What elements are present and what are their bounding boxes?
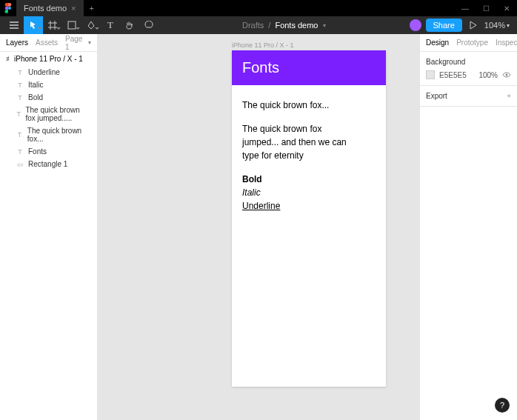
avatar[interactable] (410, 19, 421, 31)
text-layer-icon: T (16, 131, 23, 139)
artboard-text-1: The quick brown fox... (242, 99, 376, 112)
figma-logo-icon[interactable] (0, 3, 16, 13)
artboard-text-italic: Italic (242, 186, 376, 199)
artboard-text-bold: Bold (242, 173, 376, 186)
left-panel: Layers Assets Page 1▾ ♯ iPhone 11 Pro / … (0, 34, 98, 420)
text-tool-icon[interactable]: T (101, 16, 120, 34)
svg-point-0 (8, 7, 11, 10)
titlebar: Fonts demo × + — ☐ ✕ (0, 0, 517, 16)
toolbar: T Drafts / Fonts demo ▾ Share 104%▾ (0, 16, 517, 34)
layer-item[interactable]: TItalic (0, 79, 97, 91)
layer-frame-root[interactable]: ♯ iPhone 11 Pro / X - 1 (0, 52, 97, 66)
text-layer-icon: T (16, 94, 24, 101)
right-panel: Design Prototype Inspect Background E5E5… (419, 34, 517, 420)
artboard-header: Fonts (232, 50, 386, 85)
frame-icon: ♯ (6, 55, 10, 63)
right-panel-tabs: Design Prototype Inspect (420, 34, 517, 52)
canvas[interactable]: iPhone 11 Pro / X - 1 Fonts The quick br… (98, 34, 419, 420)
chevron-down-icon[interactable]: ▾ (323, 22, 326, 29)
svg-rect-1 (68, 21, 76, 29)
artboard-text-2: The quick brown fox jumped... and then w… (242, 122, 361, 162)
window-minimize-icon[interactable]: — (455, 4, 476, 13)
layer-item[interactable]: TThe quick brown fox... (0, 124, 97, 145)
window-maximize-icon[interactable]: ☐ (476, 4, 496, 13)
window-close-icon[interactable]: ✕ (496, 4, 517, 13)
tab-prototype[interactable]: Prototype (456, 39, 488, 47)
page-selector[interactable]: Page 1▾ (65, 35, 91, 51)
text-layer-icon: T (16, 110, 21, 118)
export-section-title: Export (426, 92, 447, 100)
visibility-toggle-icon[interactable] (502, 72, 511, 78)
pen-tool-icon[interactable] (81, 16, 101, 34)
close-tab-icon[interactable]: × (71, 4, 76, 13)
frame-tool-icon[interactable] (43, 16, 62, 34)
comment-tool-icon[interactable] (139, 16, 159, 34)
move-tool-icon[interactable] (24, 16, 43, 34)
canvas-frame-label[interactable]: iPhone 11 Pro / X - 1 (232, 41, 294, 49)
tab-assets[interactable]: Assets (36, 39, 58, 47)
document-tab[interactable]: Fonts demo × (16, 0, 84, 16)
artboard[interactable]: Fonts The quick brown fox... The quick b… (232, 50, 386, 387)
background-color-swatch[interactable] (426, 70, 435, 79)
layer-item[interactable]: TBold (0, 91, 97, 104)
breadcrumb-document[interactable]: Fonts demo (275, 21, 318, 30)
svg-point-2 (506, 74, 508, 76)
help-button[interactable]: ? (495, 398, 510, 413)
hamburger-menu-icon[interactable] (4, 16, 24, 34)
zoom-level[interactable]: 104%▾ (484, 21, 513, 30)
text-layer-icon: T (16, 148, 24, 156)
document-tab-label: Fonts demo (24, 4, 67, 13)
artboard-body: The quick brown fox... The quick brown f… (232, 85, 386, 226)
new-tab-button[interactable]: + (84, 4, 100, 13)
tab-inspect[interactable]: Inspect (496, 39, 517, 47)
layer-item[interactable]: TThe quick brown fox jumped..... (0, 104, 97, 124)
layer-item[interactable]: TUnderline (0, 66, 97, 79)
export-section: Export + (420, 86, 517, 107)
tab-layers[interactable]: Layers (6, 39, 28, 47)
shape-tool-icon[interactable] (62, 16, 81, 34)
layer-frame-root-label: iPhone 11 Pro / X - 1 (14, 55, 83, 63)
add-export-button[interactable]: + (507, 92, 511, 100)
layer-item[interactable]: TFonts (0, 145, 97, 158)
rectangle-layer-icon: ▭ (16, 161, 24, 168)
share-button[interactable]: Share (426, 19, 462, 32)
text-layer-icon: T (16, 69, 24, 76)
background-section: Background E5E5E5 100% (420, 52, 517, 86)
layer-item[interactable]: ▭Rectangle 1 (0, 158, 97, 170)
background-section-title: Background (426, 58, 511, 66)
text-layer-icon: T (16, 81, 24, 89)
left-panel-tabs: Layers Assets Page 1▾ (0, 34, 97, 52)
breadcrumb-separator: / (268, 21, 270, 30)
background-hex-value[interactable]: E5E5E5 (439, 71, 474, 79)
tab-design[interactable]: Design (426, 39, 449, 47)
present-icon[interactable] (467, 21, 480, 30)
background-opacity-value[interactable]: 100% (478, 71, 498, 79)
breadcrumb-folder[interactable]: Drafts (242, 21, 264, 30)
artboard-text-underline: Underline (242, 199, 376, 213)
main-area: Layers Assets Page 1▾ ♯ iPhone 11 Pro / … (0, 34, 517, 420)
hand-tool-icon[interactable] (120, 16, 139, 34)
